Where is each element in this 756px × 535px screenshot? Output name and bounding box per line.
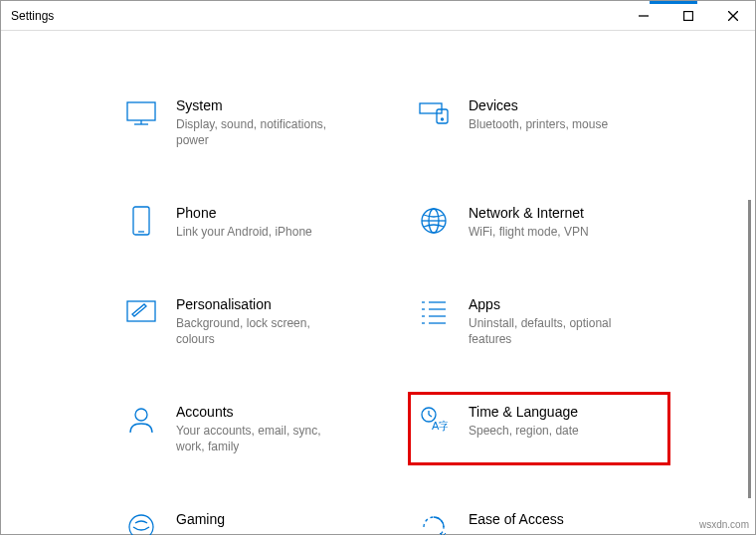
system-icon	[124, 96, 158, 130]
gaming-icon	[124, 510, 158, 535]
category-network[interactable]: Network & Internet WiFi, flight mode, VP…	[413, 198, 665, 246]
globe-icon	[417, 204, 451, 238]
accounts-icon	[124, 403, 158, 437]
category-label: Phone	[176, 204, 312, 222]
svg-rect-4	[127, 102, 155, 120]
category-label: Time & Language	[469, 403, 579, 421]
category-label: Devices	[469, 96, 608, 114]
content-area: System Display, sound, notifications, po…	[1, 31, 755, 534]
category-sub: Background, lock screen, colours	[176, 315, 345, 347]
category-label: Accounts	[176, 403, 345, 421]
ease-of-access-icon	[417, 510, 451, 535]
category-sub: Your accounts, email, sync, work, family	[176, 423, 345, 454]
category-time-language[interactable]: A字 Time & Language Speech, region, date	[413, 397, 665, 460]
category-sub: Display, sound, notifications, power	[176, 116, 345, 148]
category-sub: Bluetooth, printers, mouse	[469, 116, 608, 132]
svg-point-24	[135, 409, 147, 421]
category-devices[interactable]: Devices Bluetooth, printers, mouse	[413, 90, 665, 154]
personalisation-icon	[124, 295, 158, 329]
window-title: Settings	[11, 9, 54, 23]
scrollbar-thumb[interactable]	[748, 200, 751, 498]
category-sub: WiFi, flight mode, VPN	[469, 224, 589, 240]
maximize-button[interactable]	[665, 1, 710, 30]
category-gaming[interactable]: Gaming	[120, 504, 373, 535]
svg-point-29	[129, 515, 153, 535]
devices-icon	[417, 96, 451, 130]
watermark: wsxdn.com	[699, 519, 749, 530]
category-label: Personalisation	[176, 295, 345, 313]
category-label: Apps	[469, 295, 638, 313]
settings-window: Settings System Display, sound, notifica…	[0, 0, 756, 535]
category-label: System	[176, 96, 345, 114]
accent-strip	[650, 1, 697, 4]
svg-rect-7	[420, 103, 442, 113]
category-personalisation[interactable]: Personalisation Background, lock screen,…	[120, 289, 373, 353]
category-sub: Link your Android, iPhone	[176, 224, 312, 240]
close-button[interactable]	[710, 1, 755, 30]
window-controls	[621, 1, 755, 30]
category-label: Ease of Access	[469, 510, 564, 528]
minimize-button[interactable]	[621, 1, 665, 30]
svg-line-27	[429, 415, 432, 417]
category-label: Gaming	[176, 510, 225, 528]
category-sub: Uninstall, defaults, optional features	[469, 315, 638, 347]
category-sub: Speech, region, date	[469, 423, 579, 439]
svg-text:A字: A字	[432, 420, 448, 432]
svg-rect-10	[133, 207, 149, 235]
category-label: Network & Internet	[469, 204, 589, 222]
time-language-icon: A字	[417, 403, 451, 437]
phone-icon	[124, 204, 158, 238]
svg-rect-1	[683, 11, 692, 20]
titlebar: Settings	[1, 1, 755, 31]
category-phone[interactable]: Phone Link your Android, iPhone	[120, 198, 373, 246]
category-accounts[interactable]: Accounts Your accounts, email, sync, wor…	[120, 397, 373, 460]
apps-icon	[417, 295, 451, 329]
category-system[interactable]: System Display, sound, notifications, po…	[120, 90, 373, 154]
category-apps[interactable]: Apps Uninstall, defaults, optional featu…	[413, 289, 665, 353]
category-ease-of-access[interactable]: Ease of Access	[413, 504, 665, 535]
category-grid: System Display, sound, notifications, po…	[1, 31, 755, 535]
svg-point-9	[442, 118, 444, 120]
